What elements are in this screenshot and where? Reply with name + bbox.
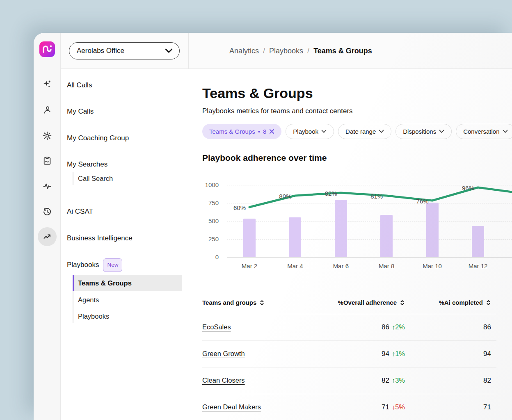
close-icon[interactable] bbox=[269, 129, 274, 134]
page-subtitle: Playbooks metrics for teams and contact … bbox=[202, 107, 353, 115]
chevron-down-icon bbox=[503, 130, 508, 133]
column-header-adherence[interactable]: %Overall adherence bbox=[295, 299, 410, 306]
sidebar-item-call-search[interactable]: Call Search bbox=[61, 173, 189, 184]
sidebar-item-teams-groups[interactable]: Teams & Groups bbox=[73, 275, 182, 291]
line-data-label: 96% bbox=[462, 184, 474, 191]
line-data-label: 80% bbox=[279, 193, 291, 200]
line-data-label: 60% bbox=[233, 204, 246, 211]
chevron-down-icon bbox=[379, 130, 384, 133]
sort-icon[interactable] bbox=[400, 300, 405, 306]
filter-chip-teams-groups[interactable]: Teams & Groups • 8 bbox=[202, 124, 281, 139]
profile-nav[interactable] bbox=[42, 105, 52, 115]
sidebar-item-agents[interactable]: Agents bbox=[61, 294, 189, 305]
gear-icon bbox=[42, 131, 52, 141]
table-row: Green Growth 94↑1% 94 bbox=[202, 341, 496, 368]
analytics-nav-active[interactable] bbox=[38, 227, 57, 246]
chart-title: Playbook adherence over time bbox=[202, 153, 327, 163]
app-logo[interactable] bbox=[39, 41, 55, 57]
column-header-teams[interactable]: Teams and groups bbox=[202, 299, 295, 306]
workspace-header: Aerolabs Office bbox=[61, 33, 189, 69]
chip-separator: • bbox=[258, 128, 260, 135]
adherence-value: 86 bbox=[382, 323, 389, 331]
playbook-clipboard-icon bbox=[42, 156, 52, 166]
filter-dropdown-dispositions[interactable]: Dispositions bbox=[395, 124, 452, 139]
trend-delta: ↑1% bbox=[392, 350, 405, 357]
table-row: Clean Closers 82↑3% 82 bbox=[202, 368, 496, 394]
table-row: EcoSales 86↑2% 86 bbox=[202, 314, 496, 341]
icon-rail bbox=[34, 33, 61, 420]
ai-completed-value: 71 bbox=[410, 403, 496, 411]
settings-nav[interactable] bbox=[42, 131, 52, 141]
workspace-name: Aerolabs Office bbox=[77, 47, 124, 55]
sidebar-item-all-calls[interactable]: All Calls bbox=[61, 80, 189, 91]
sidebar: All Calls My Calls My Coaching Group My … bbox=[61, 69, 189, 420]
sidebar-item-my-calls[interactable]: My Calls bbox=[61, 106, 189, 117]
column-header-ai-completed[interactable]: %Ai completed bbox=[410, 299, 496, 306]
page-title: Teams & Groups bbox=[202, 85, 313, 101]
dropdown-label: Playbook bbox=[293, 128, 318, 135]
trend-delta: ↓5% bbox=[392, 403, 405, 411]
new-badge: New bbox=[103, 258, 122, 272]
top-header: Aerolabs Office Analytics / Playbooks / … bbox=[61, 33, 512, 69]
team-link[interactable]: EcoSales bbox=[202, 323, 231, 331]
activity-nav[interactable] bbox=[42, 181, 52, 191]
team-link[interactable]: Green Growth bbox=[202, 350, 245, 357]
adherence-line bbox=[202, 180, 512, 275]
filter-dropdown-playbook[interactable]: Playbook bbox=[286, 124, 334, 139]
teams-table: Teams and groups %Overall adherence %Ai … bbox=[202, 291, 496, 420]
dropdown-label: Conversation bbox=[463, 128, 499, 135]
breadcrumb-analytics[interactable]: Analytics bbox=[229, 47, 259, 55]
adherence-chart: 02505007501000Mar 2Mar 4Mar 6Mar 8Mar 10… bbox=[202, 180, 512, 275]
ai-logo-icon bbox=[39, 41, 55, 57]
playbooks-label: Playbooks bbox=[67, 261, 99, 269]
app-window: Aerolabs Office Analytics / Playbooks / … bbox=[34, 33, 512, 420]
user-icon bbox=[42, 105, 52, 115]
sidebar-item-business-intelligence[interactable]: Business Intelligence bbox=[61, 233, 189, 244]
filter-bar: Teams & Groups • 8 Playbook Date range D… bbox=[202, 124, 512, 139]
chevron-down-icon bbox=[321, 130, 327, 133]
breadcrumb: Analytics / Playbooks / Teams & Groups bbox=[229, 33, 372, 69]
breadcrumb-current: Teams & Groups bbox=[313, 47, 372, 55]
sparkles-icon bbox=[42, 79, 52, 89]
chip-count: 8 bbox=[263, 128, 266, 135]
sort-icon[interactable] bbox=[486, 300, 491, 306]
workspace-selector[interactable]: Aerolabs Office bbox=[69, 42, 180, 59]
activity-pulse-icon bbox=[42, 181, 52, 191]
trending-up-icon bbox=[42, 232, 52, 242]
table-header: Teams and groups %Overall adherence %Ai … bbox=[202, 291, 496, 314]
line-data-label: 76% bbox=[416, 198, 429, 205]
chevron-down-icon bbox=[439, 130, 444, 133]
ai-completed-value: 82 bbox=[410, 377, 496, 385]
active-indicator-bar bbox=[73, 275, 74, 291]
history-clock-icon bbox=[42, 207, 52, 217]
history-nav[interactable] bbox=[42, 207, 52, 217]
ai-completed-value: 86 bbox=[410, 323, 496, 331]
sidebar-item-ai-csat[interactable]: Ai CSAT bbox=[61, 206, 189, 217]
adherence-value: 94 bbox=[382, 350, 389, 358]
trend-delta: ↑3% bbox=[392, 377, 405, 384]
line-data-label: 82% bbox=[325, 190, 337, 197]
ai-assistant-nav[interactable] bbox=[42, 79, 52, 89]
team-link[interactable]: Clean Closers bbox=[202, 377, 245, 384]
playbooks-nav[interactable] bbox=[42, 156, 52, 166]
sidebar-item-my-searches[interactable]: My Searches bbox=[61, 159, 189, 170]
dropdown-label: Dispositions bbox=[403, 128, 436, 135]
filter-dropdown-date-range[interactable]: Date range bbox=[338, 124, 391, 139]
team-link[interactable]: Green Deal Makers bbox=[202, 403, 261, 411]
adherence-value: 71 bbox=[382, 403, 389, 411]
sidebar-item-my-coaching-group[interactable]: My Coaching Group bbox=[61, 133, 189, 144]
sidebar-item-playbooks-sub[interactable]: Playbooks bbox=[61, 311, 189, 322]
chip-label: Teams & Groups bbox=[209, 128, 255, 135]
breadcrumb-playbooks[interactable]: Playbooks bbox=[269, 47, 303, 55]
chevron-down-icon bbox=[165, 48, 173, 53]
table-row: Green Deal Makers 71↓5% 71 bbox=[202, 394, 496, 420]
sidebar-item-playbooks[interactable]: PlaybooksNew bbox=[61, 258, 189, 269]
sort-icon[interactable] bbox=[259, 300, 265, 306]
filter-dropdown-conversation[interactable]: Conversation bbox=[456, 124, 512, 139]
line-data-label: 81% bbox=[370, 193, 383, 200]
dropdown-label: Date range bbox=[345, 128, 376, 135]
trend-delta: ↑2% bbox=[392, 323, 405, 331]
adherence-value: 82 bbox=[382, 377, 389, 384]
ai-completed-value: 94 bbox=[410, 350, 496, 358]
